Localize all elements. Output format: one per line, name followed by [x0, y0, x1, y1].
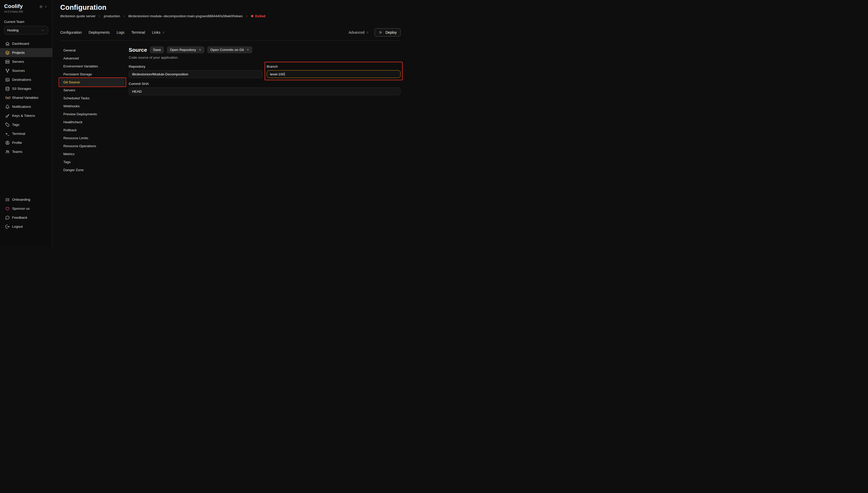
breadcrumb-application[interactable]: illicitestonion/-module--decomposition:m… [128, 14, 242, 18]
branch-label: Branch [267, 65, 401, 68]
sidebar-item-sources[interactable]: Sources [0, 66, 52, 75]
subnav-resource-operations[interactable]: Resource Operations [60, 142, 125, 150]
sidebar-item-terminal[interactable]: >_ Terminal [0, 129, 52, 138]
breadcrumb-environment[interactable]: production [104, 14, 120, 18]
advanced-dropdown[interactable]: Advanced [348, 30, 370, 35]
tab-deployments[interactable]: Deployments [88, 30, 110, 35]
subnav-general[interactable]: General [60, 46, 125, 54]
list-check-icon [5, 197, 10, 202]
sidebar-item-onboarding[interactable]: Onboarding [0, 195, 52, 204]
branch-input[interactable]: level-100 [267, 70, 401, 78]
sun-icon [39, 4, 43, 9]
tabs-actions: Advanced Deploy [348, 28, 401, 37]
sidebar-item-label: Destinations [12, 78, 31, 82]
configuration-content: General Advanced Environment Variables P… [60, 46, 401, 174]
heart-icon [5, 206, 10, 211]
chevron-right-icon [123, 15, 126, 18]
sidebar-item-shared-variables[interactable]: (x) Shared Variables [0, 93, 52, 102]
theme-switcher[interactable] [39, 4, 48, 9]
sidebar-item-label: Dashboard [12, 42, 29, 46]
tab-links-label: Links [152, 30, 161, 35]
git-source-form: Repository Branch level-100 Commit SHA [129, 65, 401, 95]
commit-sha-input[interactable] [129, 87, 401, 95]
sidebar-item-dashboard[interactable]: Dashboard [0, 39, 52, 48]
subnav-webhooks[interactable]: Webhooks [60, 102, 125, 110]
database-icon [5, 86, 10, 91]
sidebar-item-s3-storages[interactable]: S3 Storages [0, 84, 52, 93]
sidebar-item-label: Projects [12, 51, 25, 55]
layers-icon [5, 50, 10, 55]
sidebar-item-destinations[interactable]: Destinations [0, 75, 52, 84]
tab-configuration[interactable]: Configuration [60, 30, 82, 35]
sidebar-item-tags[interactable]: Tags [0, 120, 52, 129]
deploy-button[interactable]: Deploy [375, 28, 401, 37]
breadcrumb: illicitonion quote server production ill… [60, 14, 401, 18]
sidebar-item-label: Shared Variables [12, 96, 39, 100]
sidebar-item-label: Terminal [12, 132, 25, 135]
commit-sha-field-group: Commit SHA [129, 82, 401, 95]
open-repository-button[interactable]: Open Repository [167, 46, 205, 53]
sidebar-item-notifications[interactable]: Notifications [0, 102, 52, 111]
sidebar-item-label: Notifications [12, 105, 31, 109]
save-button[interactable]: Save [150, 46, 164, 53]
sidebar-item-label: Feedback [12, 216, 27, 219]
key-icon [5, 113, 10, 118]
subnav-preview-deployments[interactable]: Preview Deployments [60, 110, 125, 118]
team-select-value: Hosting [7, 28, 19, 32]
breadcrumb-project[interactable]: illicitonion quote server [60, 14, 96, 18]
repository-field-group: Repository [129, 65, 262, 78]
subnav-git-source[interactable]: Git Source [60, 78, 125, 86]
sidebar-item-sponsor[interactable]: Sponsor us [0, 204, 52, 213]
sidebar-item-label: Tags [12, 123, 20, 127]
sidebar-item-label: S3 Storages [12, 87, 31, 90]
subnav-persistent-storage[interactable]: Persistent Storage [60, 70, 125, 78]
team-select[interactable]: Hosting [4, 26, 48, 35]
subnav-danger-zone[interactable]: Danger Zone [60, 166, 125, 174]
deploy-label: Deploy [385, 30, 397, 35]
tabs: Configuration Deployments Logs Terminal … [60, 30, 166, 35]
tab-links[interactable]: Links [152, 30, 166, 35]
sidebar-item-feedback[interactable]: Feedback [0, 213, 52, 222]
image-frame-icon [5, 78, 10, 82]
current-team-label: Current Team [4, 20, 48, 24]
bell-icon [5, 105, 10, 109]
sidebar-item-logout[interactable]: Logout [0, 222, 52, 231]
git-fork-icon [5, 68, 10, 73]
subnav-metrics[interactable]: Metrics [60, 150, 125, 158]
chevrons-up-down-icon [43, 4, 48, 9]
sidebar-item-keys-tokens[interactable]: Keys & Tokens [0, 111, 52, 120]
subnav-scheduled-tasks[interactable]: Scheduled Tasks [60, 94, 125, 102]
sidebar-item-servers[interactable]: Servers [0, 57, 52, 66]
users-icon [5, 150, 10, 154]
status-badge: Exited [251, 14, 266, 18]
open-commits-button[interactable]: Open Commits on Git [207, 46, 252, 53]
subnav-resource-limits[interactable]: Resource Limits [60, 134, 125, 142]
message-bubble-icon [5, 215, 10, 220]
logout-icon [5, 224, 10, 229]
subnav-environment-variables[interactable]: Environment Variables [60, 62, 125, 70]
subnav-healthcheck[interactable]: Healthcheck [60, 118, 125, 126]
settings-subnav: General Advanced Environment Variables P… [60, 46, 125, 174]
sidebar-item-label: Onboarding [12, 198, 30, 201]
subnav-advanced[interactable]: Advanced [60, 54, 125, 62]
subnav-tags[interactable]: Tags [60, 158, 125, 166]
commit-sha-label: Commit SHA [129, 82, 401, 86]
app-version: v4.0.0-beta.399 [4, 10, 48, 13]
subnav-servers[interactable]: Servers [60, 86, 125, 94]
chevron-right-icon [98, 15, 101, 18]
repository-input[interactable] [129, 70, 262, 78]
tag-icon [5, 123, 10, 127]
advanced-label: Advanced [348, 30, 364, 35]
sidebar-item-profile[interactable]: Profile [0, 138, 52, 147]
chevron-down-icon [40, 28, 45, 33]
sidebar-nav: Dashboard Projects Servers Sources Desti… [0, 39, 52, 156]
user-circle-icon [5, 141, 10, 145]
play-icon [378, 30, 383, 35]
arrow-up-right-icon [198, 48, 201, 51]
sidebar-item-teams[interactable]: Teams [0, 147, 52, 156]
subnav-rollback[interactable]: Rollback [60, 126, 125, 134]
sidebar-item-projects[interactable]: Projects [0, 48, 52, 57]
tab-terminal[interactable]: Terminal [131, 30, 145, 35]
source-description: Code source of your application. [129, 56, 401, 60]
tab-logs[interactable]: Logs [117, 30, 124, 35]
